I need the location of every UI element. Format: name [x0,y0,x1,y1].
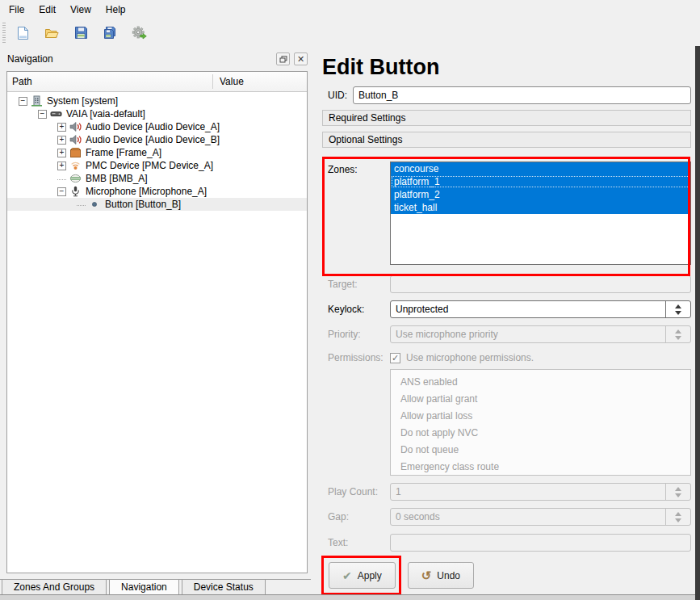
spin-up-icon[interactable] [675,304,681,308]
collapse-icon[interactable]: − [57,187,66,196]
gap-value: 0 seconds [391,509,665,525]
spin-up-icon [675,512,681,516]
tree-item-label: PMC Device [PMC Device_A] [86,160,216,171]
gap-spinner [665,509,690,525]
spin-up-icon [675,329,681,334]
save-button[interactable] [69,22,93,44]
text-row: Text: [322,534,691,552]
play-count-label: Play Count: [322,486,390,497]
menu-file[interactable]: File [2,2,31,18]
permissions-checkbox: ✓ [390,353,400,363]
pmc-icon [69,160,82,171]
column-header-value[interactable]: Value [220,76,244,87]
uid-row: UID: [322,86,691,104]
priority-label: Priority: [322,329,390,340]
tree-item-system-system[interactable]: −System [system] [7,94,307,107]
target-label: Target: [322,279,390,290]
keylock-row: Keylock: Unprotected [322,300,691,318]
application-window: FileEditViewHelp Navigation ✕ Path Value… [0,0,700,600]
tab-device-status[interactable]: Device Status [182,580,266,596]
target-row: Target: [322,275,691,293]
frame-icon [69,147,82,158]
priority-value: Use microphone priority [391,326,665,342]
new-file-button[interactable] [10,22,35,44]
apply-label: Apply [358,570,382,581]
section-optional-settings[interactable]: Optional Settings [322,132,691,148]
tree-item-label: Button [Button_B] [105,199,184,210]
play-count-spinbox: 1 [390,483,691,501]
column-header-path[interactable]: Path [7,76,32,87]
menu-edit[interactable]: Edit [31,2,63,18]
tree-connector [77,203,86,206]
tree-item-audio-device-audio-device-a[interactable]: +Audio Device [Audio Device_A] [7,120,307,133]
permissions-list-row: ANS enabledAllow partial grantAllow part… [322,369,691,476]
close-button[interactable]: ✕ [294,52,308,65]
keylock-combobox[interactable]: Unprotected [390,300,691,318]
tree-item-bmb-bmb-a[interactable]: BMB [BMB_A] [7,172,307,185]
tree-item-button-button-b[interactable]: Button [Button_B] [7,198,307,211]
section-required-settings[interactable]: Required Settings [322,110,691,126]
expand-icon[interactable]: + [57,123,66,132]
text-label: Text: [322,537,390,548]
keylock-spinner[interactable] [665,301,690,317]
keylock-value: Unprotected [391,301,665,317]
menu-view[interactable]: View [63,2,99,18]
column-separator[interactable] [212,74,213,89]
permissions-option-allow-partial-grant: Allow partial grant [400,391,690,408]
gap-label: Gap: [322,511,390,522]
permissions-listbox: ANS enabledAllow partial grantAllow part… [390,369,691,476]
tree-item-label: VAIA [vaia-default] [66,108,149,120]
float-button[interactable] [276,52,290,65]
page-title: Edit Button [322,55,691,80]
permissions-option-ans-enabled: ANS enabled [400,374,690,391]
save-all-icon [103,26,117,40]
menu-help[interactable]: Help [99,2,133,18]
zone-item-platform-1[interactable]: platform_1 [391,175,690,188]
zone-item-ticket-hall[interactable]: ticket_hall [391,201,690,214]
screen-edge-strip [695,46,700,600]
play-count-value: 1 [391,484,665,500]
priority-combobox: Use microphone priority [390,325,691,343]
collapse-icon[interactable]: − [19,97,27,106]
edit-button-panel: Edit Button UID: Required Settings Optio… [315,46,695,595]
zone-item-platform-2[interactable]: platform_2 [391,188,690,201]
close-icon: ✕ [297,55,304,64]
permissions-checkbox-label: Use microphone permissions. [406,352,534,363]
tree-item-audio-device-audio-device-b[interactable]: +Audio Device [Audio Device_B] [7,133,307,146]
button-icon [89,199,101,210]
tree-item-vaia-vaia-default[interactable]: −VAIA [vaia-default] [7,107,307,120]
target-input [390,275,691,293]
zones-listbox[interactable]: concourseplatform_1platform_2ticket_hall [390,162,691,265]
tab-zones-and-groups[interactable]: Zones And Groups [2,580,107,596]
expand-icon[interactable]: + [57,162,66,170]
spin-down-icon [675,493,681,497]
tree-item-frame-frame-a[interactable]: +Frame [Frame_A] [7,146,307,159]
collapse-icon[interactable]: − [38,110,47,119]
tree-item-label: Frame [Frame_A] [86,147,165,158]
uid-input[interactable] [353,86,691,104]
microphone-icon [69,186,82,197]
undo-icon: ↺ [421,569,432,583]
spin-down-icon [675,336,681,340]
zone-item-concourse[interactable]: concourse [391,162,690,175]
apply-button[interactable]: ✔ Apply [329,562,396,589]
tree-item-microphone-microphone-a[interactable]: −Microphone [Microphone_A] [7,185,307,198]
audio-icon [69,134,82,145]
uid-label: UID: [322,90,353,101]
permissions-label: Permissions: [322,352,390,363]
save-all-button[interactable] [98,22,122,44]
expand-icon[interactable]: + [57,136,66,145]
process-gear-button[interactable] [127,22,151,44]
open-folder-button[interactable] [40,22,64,44]
play-count-row: Play Count: 1 [322,483,691,501]
save-icon [74,26,88,40]
tree-item-label: BMB [BMB_A] [86,173,151,184]
tree-item-pmc-device-pmc-device-a[interactable]: +PMC Device [PMC Device_A] [7,159,307,172]
undo-button[interactable]: ↺ Undo [408,562,474,589]
toolbar-drag-handle[interactable] [2,23,6,44]
spin-down-icon[interactable] [675,311,681,315]
vaia-icon [50,108,62,120]
expand-icon[interactable]: + [57,149,66,157]
spin-up-icon [675,487,681,491]
navigation-tree-panel: Path Value −System [system]−VAIA [vaia-d… [6,71,308,573]
